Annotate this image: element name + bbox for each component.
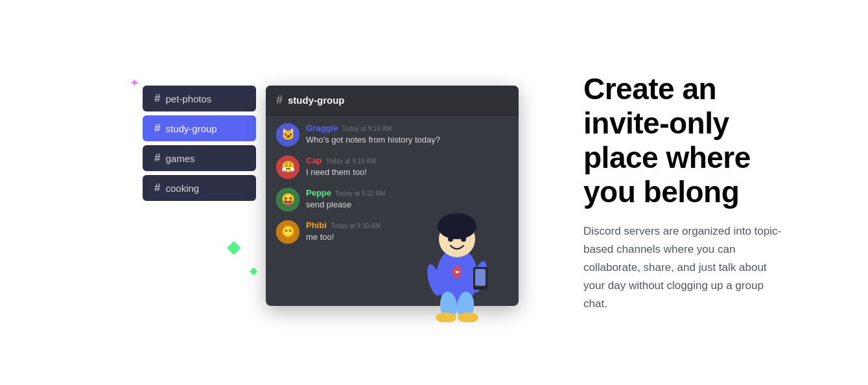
svg-point-13 (461, 237, 466, 242)
message-content-cap: Cap Today at 9:19 AM I need them too! (306, 156, 508, 178)
character-illustration: ❤ (415, 192, 499, 322)
right-section: Create an invite-only place where you be… (532, 72, 790, 313)
hash-icon: # (154, 92, 160, 105)
author-name-phibi: Phibi (306, 220, 327, 230)
message-header-graggle: Graggle Today at 9:18 AM (306, 123, 508, 133)
sparkle-green-icon: ◆ (227, 236, 241, 257)
avatar-peppe: 😝 (276, 188, 299, 211)
message-text-graggle: Who's got notes from history today? (306, 134, 508, 146)
channel-item-pet-photos[interactable]: # pet-photos (143, 86, 256, 111)
message-text-cap: I need them too! (306, 167, 508, 178)
hash-icon-games: # (154, 152, 160, 165)
svg-point-12 (448, 237, 453, 242)
avatar-phibi: 😶 (276, 220, 299, 244)
message-time-phibi: Today at 9:30 AM (331, 222, 381, 229)
message-time-peppe: Today at 9:22 AM (335, 190, 385, 197)
chat-header: # study-group (266, 86, 519, 115)
sparkle-pink-top-icon: ✦ (130, 76, 139, 90)
avatar-cap: 😤 (276, 156, 299, 179)
channel-item-games[interactable]: # games (143, 145, 256, 171)
channel-item-cooking[interactable]: # cooking (143, 175, 256, 201)
svg-text:❤: ❤ (455, 270, 460, 275)
message-header-cap: Cap Today at 9:19 AM (306, 156, 508, 165)
left-section: ✦ ◆ ◆ ◆ # pet-photos # study-group # gam… (78, 50, 532, 335)
svg-text:😤: 😤 (281, 160, 296, 174)
message-time-graggle: Today at 9:18 AM (342, 125, 392, 132)
channel-item-study-group[interactable]: # study-group (143, 115, 256, 141)
svg-text:😝: 😝 (281, 192, 296, 206)
svg-text:🐱: 🐱 (281, 128, 296, 141)
author-name-peppe: Peppe (306, 188, 331, 198)
channel-list: # pet-photos # study-group # games # coo… (143, 86, 256, 201)
channel-label-pet-photos: pet-photos (165, 93, 211, 104)
sparkle-green-small-icon: ◆ (250, 264, 257, 277)
message-time-cap: Today at 9:19 AM (326, 158, 376, 165)
author-name-cap: Cap (306, 156, 322, 165)
message-row-graggle: 🐱 Graggle Today at 9:18 AM Who's got not… (276, 123, 508, 146)
avatar-graggle: 🐱 (276, 123, 299, 146)
channel-label-study-group: study-group (165, 123, 217, 134)
svg-text:😶: 😶 (281, 225, 296, 239)
message-row-cap: 😤 Cap Today at 9:19 AM I need them too! (276, 156, 508, 179)
author-name-graggle: Graggle (306, 123, 338, 133)
chat-channel-title: study-group (288, 95, 345, 106)
sub-text: Discord servers are organized into topic… (583, 222, 790, 313)
channel-label-cooking: cooking (165, 183, 199, 194)
main-heading: Create an invite-only place where you be… (583, 72, 790, 209)
hash-icon-active: # (154, 122, 160, 135)
channel-label-games: games (165, 153, 194, 164)
message-content-graggle: Graggle Today at 9:18 AM Who's got notes… (306, 123, 508, 146)
svg-rect-17 (475, 269, 486, 286)
hash-icon-cooking: # (154, 181, 160, 194)
page-wrapper: ✦ ◆ ◆ ◆ # pet-photos # study-group # gam… (0, 0, 868, 385)
svg-rect-11 (438, 225, 476, 231)
chat-hash-icon: # (276, 93, 283, 107)
